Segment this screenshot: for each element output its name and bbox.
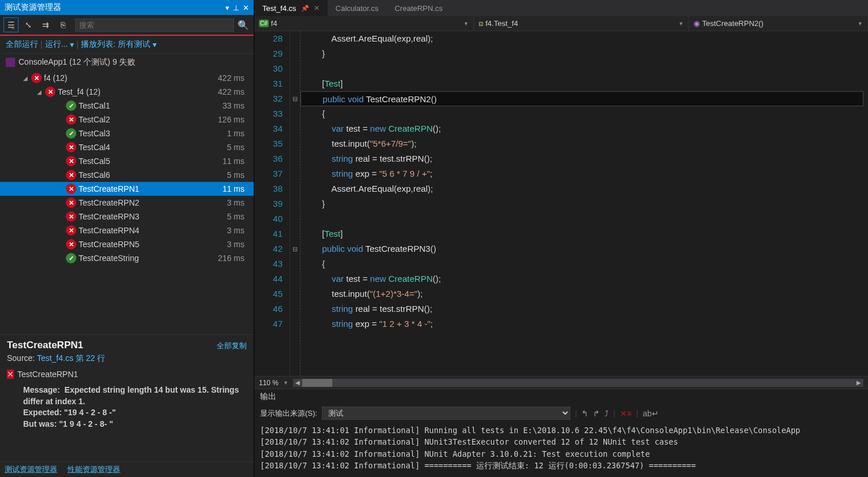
group-by-button[interactable]: ☰̤ [3, 17, 18, 32]
search-input[interactable] [75, 18, 234, 32]
chevron-down-icon: ▼ [858, 21, 863, 27]
test-duration: 1 ms [227, 129, 249, 138]
fail-icon: ✕ [66, 197, 76, 208]
copy-all-link[interactable]: 全部复制 [217, 341, 247, 351]
test-duration: 126 ms [218, 115, 249, 124]
output-source-label: 显示输出来源(S): [260, 408, 317, 419]
close-icon[interactable]: ✕ [314, 4, 320, 12]
fail-icon: ✕ [66, 170, 76, 180]
prev-icon[interactable]: ↰ [581, 409, 588, 418]
test-label: TestCreateRPN5 [79, 240, 227, 249]
chevron-down-icon: ▼ [463, 21, 469, 27]
test-row[interactable]: ✕TestCreateRPN35 ms [0, 210, 254, 223]
code-content[interactable]: Assert.AreEqual(exp,real); } [Test] publ… [301, 31, 868, 376]
test-row[interactable]: ✓TestCreateString216 ms [0, 251, 254, 265]
test-label: TestCreateRPN2 [79, 198, 227, 207]
test-label: TestCal2 [79, 115, 218, 124]
test-label: TestCal3 [79, 129, 227, 138]
test-row[interactable]: ✕TestCreateRPN53 ms [0, 237, 254, 251]
test-row[interactable]: ✕TestCal2126 ms [0, 113, 254, 126]
fail-icon: ✕ [66, 225, 76, 236]
test-row[interactable]: ✕TestCal511 ms [0, 154, 254, 168]
fold-column[interactable]: ⊟⊟ [290, 31, 301, 376]
line-number-gutter: 2829303132333435363738394041424344454647 [254, 31, 290, 376]
pin-icon[interactable]: 📌 [301, 5, 309, 12]
pin-icon[interactable]: ⊥ [233, 3, 239, 12]
wrap-icon[interactable]: ab↵ [643, 409, 659, 418]
file-tab[interactable]: Test_f4.cs📌✕ [254, 0, 328, 16]
test-row[interactable]: ✓TestCal31 ms [0, 126, 254, 140]
test-row[interactable]: ✓TestCal133 ms [0, 99, 254, 113]
horizontal-scrollbar[interactable]: ◀▶ [293, 379, 863, 387]
test-duration: 3 ms [227, 198, 249, 207]
test-explorer-header: 测试资源管理器 ▾ ⊥ ✕ [0, 0, 254, 15]
test-duration: 5 ms [227, 212, 249, 221]
test-row[interactable]: ✕TestCreateRPN43 ms [0, 223, 254, 237]
breadcrumb-class[interactable]: ⧈ f4.Test_f4 ▼ [474, 16, 689, 31]
step-icon[interactable]: ⤴ [604, 409, 609, 418]
source-link[interactable]: Test_f4.cs 第 22 行 [37, 353, 105, 363]
search-icon[interactable]: 🔍 [236, 20, 250, 31]
run-toolbar: 全部运行 | 运行...▾ | 播放列表: 所有测试▾ [0, 36, 254, 54]
pass-icon: ✓ [66, 100, 76, 111]
bottom-tab-perf-explorer[interactable]: 性能资源管理器 [63, 462, 125, 477]
method-icon: ◉ [693, 19, 700, 28]
test-label: TestCreateRPN3 [79, 212, 227, 221]
test-duration: 5 ms [227, 143, 249, 152]
zoom-level[interactable]: 110 % [259, 379, 279, 387]
run-all-link[interactable]: 全部运行 [6, 39, 38, 50]
fail-icon: ✕ [66, 239, 76, 249]
csharp-icon: C# [259, 20, 269, 27]
view-button-3[interactable]: ⎘ [55, 17, 71, 32]
fail-icon: ✕ [7, 370, 14, 379]
test-row[interactable]: ◢✕f4 (12)422 ms [0, 71, 254, 85]
detail-test-name: TestCreateRPN1 [7, 340, 83, 351]
close-icon[interactable]: ✕ [243, 3, 249, 12]
clear-icon[interactable]: ✕≡ [620, 409, 632, 418]
file-tab[interactable]: CreateRPN.cs [387, 0, 451, 16]
test-label: Test_f4 (12) [58, 87, 218, 96]
detail-fail-name: TestCreateRPN1 [17, 370, 78, 379]
test-explorer-toolbar: ☰̤ ⤡ ⇉ ⎘ 🔍 [0, 15, 254, 36]
test-label: f4 (12) [44, 73, 218, 83]
fail-icon: ✕ [66, 156, 76, 166]
breadcrumb-method[interactable]: ◉ TestCreateRPN2() ▼ [689, 16, 868, 31]
output-source-select[interactable]: 测试 [322, 407, 570, 420]
output-panel: 输出 显示输出来源(S): 测试 | ↰ ↱ ⤴ | ✕≡ | ab↵ [201… [254, 389, 868, 477]
test-row[interactable]: ✕TestCreateRPN23 ms [0, 196, 254, 210]
test-tree[interactable]: ◢✕f4 (12)422 ms◢✕Test_f4 (12)422 ms✓Test… [0, 71, 254, 334]
detail-fail-row: ✕ TestCreateRPN1 [7, 370, 247, 379]
next-icon[interactable]: ↱ [593, 409, 600, 418]
run-link[interactable]: 运行... [45, 39, 68, 50]
test-label: TestCreateRPN1 [79, 184, 222, 193]
output-toolbar: 显示输出来源(S): 测试 | ↰ ↱ ⤴ | ✕≡ | ab↵ [254, 404, 868, 422]
fail-icon: ✕ [31, 73, 42, 83]
view-button-2[interactable]: ⇉ [38, 17, 53, 32]
test-row[interactable]: ✕TestCal65 ms [0, 168, 254, 182]
project-icon [6, 58, 15, 67]
test-detail-panel: TestCreateRPN1 全部复制 Source: Test_f4.cs 第… [0, 334, 254, 461]
test-row[interactable]: ✕TestCal45 ms [0, 140, 254, 154]
fail-icon: ✕ [66, 211, 76, 222]
test-row[interactable]: ◢✕Test_f4 (12)422 ms [0, 85, 254, 99]
test-row[interactable]: ✕TestCreateRPN111 ms [0, 182, 254, 196]
view-button-1[interactable]: ⤡ [21, 17, 36, 32]
test-label: TestCal4 [79, 143, 227, 152]
playlist-link[interactable]: 播放列表: 所有测试 [81, 39, 150, 50]
code-editor[interactable]: 2829303132333435363738394041424344454647… [254, 31, 868, 376]
file-tab[interactable]: Calculator.cs [328, 0, 387, 16]
breadcrumb-namespace[interactable]: C# f4 ▼ [254, 16, 474, 31]
panel-title: 测试资源管理器 [5, 2, 61, 13]
output-text[interactable]: [2018/10/7 13:41:01 Informational] Runni… [254, 422, 868, 477]
test-duration: 11 ms [222, 184, 249, 193]
test-duration: 216 ms [218, 254, 249, 263]
file-tabs: Test_f4.cs📌✕Calculator.csCreateRPN.cs [254, 0, 868, 16]
dropdown-icon[interactable]: ▾ [225, 3, 229, 12]
chevron-down-icon: ▼ [678, 21, 684, 27]
breadcrumb: C# f4 ▼ ⧈ f4.Test_f4 ▼ ◉ TestCreateRPN2(… [254, 16, 868, 31]
fail-icon: ✕ [66, 184, 76, 194]
bottom-tab-test-explorer[interactable]: 测试资源管理器 [0, 462, 62, 477]
test-duration: 11 ms [222, 156, 249, 166]
test-label: TestCal6 [79, 170, 227, 180]
editor-panel: Test_f4.cs📌✕Calculator.csCreateRPN.cs C#… [254, 0, 868, 477]
